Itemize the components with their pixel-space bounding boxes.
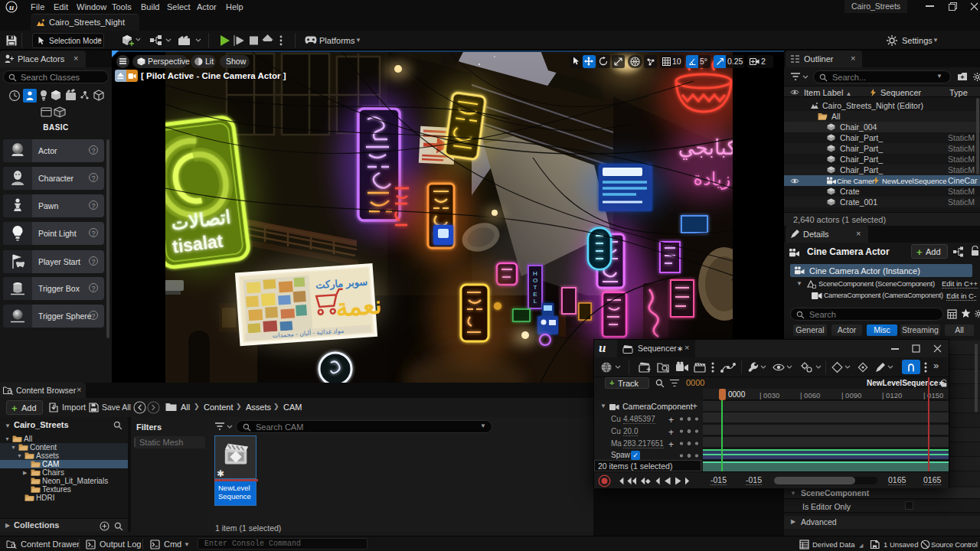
svg-text:L: L	[534, 298, 537, 305]
svg-text:زيادة: زيادة	[694, 168, 731, 190]
svg-text:T: T	[534, 284, 537, 291]
svg-text:نعمة: نعمة	[335, 291, 382, 321]
svg-text:u: u	[9, 2, 14, 11]
svg-text:E: E	[533, 291, 537, 298]
svg-text:H: H	[533, 270, 537, 277]
svg-text:O: O	[533, 277, 537, 284]
